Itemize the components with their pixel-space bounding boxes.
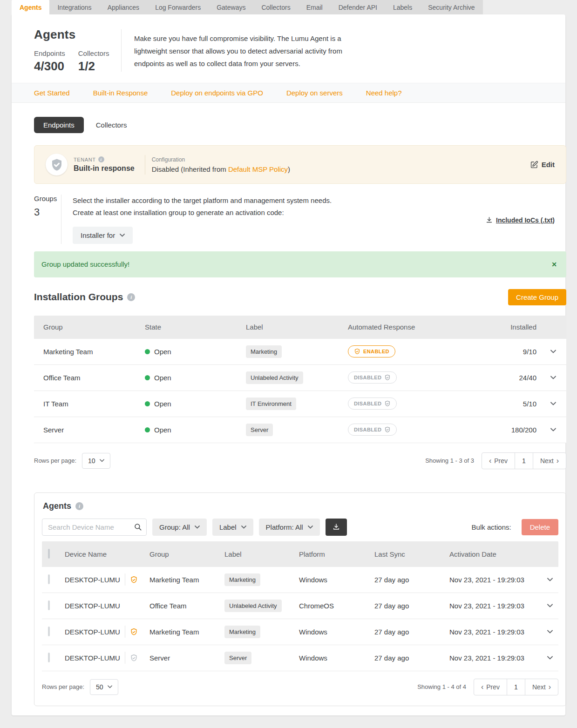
table-row: IT Team Open IT Environment DISABLED 5/1… xyxy=(34,391,566,417)
link-get-started[interactable]: Get Started xyxy=(34,89,70,97)
delete-button[interactable]: Delete xyxy=(522,519,558,535)
shield-check-icon xyxy=(46,154,68,175)
prev-button[interactable]: ‹Prev xyxy=(482,453,515,469)
included-iocs-link[interactable]: Included IoCs (.txt) xyxy=(486,196,555,244)
chevron-down-icon[interactable] xyxy=(550,376,556,379)
rows-per-page-value: 50 xyxy=(96,683,103,691)
default-msp-policy-link[interactable]: Default MSP Policy xyxy=(228,165,288,173)
tab-gateways[interactable]: Gateways xyxy=(209,0,253,14)
platform-filter-dropdown[interactable]: Platform: All xyxy=(259,519,320,536)
installation-groups-table: Group State Label Automated Response Ins… xyxy=(34,316,566,443)
label-chip: IT Environment xyxy=(246,398,296,410)
group-state: Open xyxy=(136,348,237,356)
rows-per-page-select[interactable]: 50 xyxy=(90,679,118,695)
installed-count: 5/10 xyxy=(490,400,540,408)
prev-button[interactable]: ‹Prev xyxy=(474,679,507,695)
chevron-down-icon[interactable] xyxy=(547,656,553,660)
link-need-help[interactable]: Need help? xyxy=(366,89,402,97)
tenant-title: Built-in response xyxy=(74,164,135,173)
chevron-down-icon[interactable] xyxy=(547,630,553,634)
page-number[interactable]: 1 xyxy=(515,453,533,469)
link-built-in-response[interactable]: Built-in Response xyxy=(93,89,148,97)
next-button[interactable]: Next› xyxy=(525,679,558,695)
agent-platform: Windows xyxy=(299,576,374,584)
chevron-down-icon[interactable] xyxy=(550,402,556,405)
download-button[interactable] xyxy=(326,519,347,536)
row-checkbox[interactable] xyxy=(48,627,50,636)
rows-per-page-value: 10 xyxy=(88,457,95,465)
tab-email[interactable]: Email xyxy=(299,0,331,14)
edit-button[interactable]: Edit xyxy=(530,161,555,169)
toggle-collectors[interactable]: Collectors xyxy=(96,121,127,129)
toggle-endpoints[interactable]: Endpoints xyxy=(34,117,84,133)
group-name: Office Team xyxy=(34,374,136,382)
label-chip: Marketing xyxy=(224,573,260,586)
tab-security-archive[interactable]: Security Archive xyxy=(420,0,482,14)
next-button[interactable]: Next› xyxy=(533,453,566,469)
configuration-value: Disabled (Inherited from Default MSP Pol… xyxy=(152,165,290,173)
search-icon[interactable] xyxy=(134,523,142,531)
tab-labels[interactable]: Labels xyxy=(385,0,420,14)
installation-groups-header: Installation Groups i Create Group xyxy=(34,289,566,305)
agent-label-cell: Server xyxy=(224,652,299,664)
pager: ‹Prev 1 Next› xyxy=(482,452,566,469)
tab-appliances[interactable]: Appliances xyxy=(100,0,148,14)
state-dot-icon xyxy=(145,375,150,380)
group-state: Open xyxy=(136,426,237,434)
tab-defender-api[interactable]: Defender API xyxy=(331,0,385,14)
showing-status: Showing 1 - 4 of 4 xyxy=(417,683,466,690)
close-icon[interactable]: ✕ xyxy=(550,259,559,270)
page-number[interactable]: 1 xyxy=(507,679,525,695)
state-dot-icon xyxy=(145,349,150,354)
link-deploy-servers[interactable]: Deploy on servers xyxy=(286,89,343,97)
groups-count: 3 xyxy=(34,206,61,218)
info-icon[interactable]: i xyxy=(75,502,83,510)
shield-check-icon xyxy=(384,426,391,433)
group-label-cell: Unlabeled Activity xyxy=(237,371,339,384)
group-filter-label: Group: All xyxy=(159,523,190,531)
state-text: Open xyxy=(154,374,171,382)
edit-icon xyxy=(530,161,538,169)
select-all-checkbox[interactable] xyxy=(48,549,50,559)
tab-agents[interactable]: Agents xyxy=(12,0,49,14)
label-chip: Unlabeled Activity xyxy=(246,371,303,384)
shield-check-icon xyxy=(130,654,138,662)
tab-integrations[interactable]: Integrations xyxy=(49,0,99,14)
column-label: Label xyxy=(224,550,299,558)
link-deploy-gpo[interactable]: Deploy on endpoints via GPO xyxy=(171,89,263,97)
config-prefix: Disabled (Inherited from xyxy=(152,165,228,173)
lumu-agents-page: Agents Integrations Appliances Log Forwa… xyxy=(0,0,577,728)
table-header-row: Device Name Group Label Platform Last Sy… xyxy=(42,541,558,567)
device-name-cell: DESKTOP-LUMU xyxy=(65,573,149,586)
quick-links-bar: Get Started Built-in Response Deploy on … xyxy=(12,83,565,103)
rows-per-page-select[interactable]: 10 xyxy=(82,453,110,469)
row-checkbox[interactable] xyxy=(48,653,50,662)
column-last-sync: Last Sync xyxy=(374,550,449,558)
main-card: Agents Endpoints 4/300 Collectors 1/2 Ma… xyxy=(12,14,565,715)
group-filter-dropdown[interactable]: Group: All xyxy=(152,519,207,536)
tab-collectors[interactable]: Collectors xyxy=(253,0,298,14)
info-icon[interactable]: i xyxy=(127,293,135,301)
chevron-down-icon[interactable] xyxy=(547,604,553,607)
agents-filter-bar: Group: All Label Platform: All Bulk acti… xyxy=(42,519,558,536)
group-label-cell: Marketing xyxy=(237,345,339,358)
chevron-down-icon[interactable] xyxy=(550,350,556,353)
row-checkbox[interactable] xyxy=(48,600,50,610)
create-group-button[interactable]: Create Group xyxy=(508,289,566,305)
installer-for-dropdown[interactable]: Installer for xyxy=(73,227,133,244)
label-filter-label: Label xyxy=(219,523,237,531)
chevron-down-icon xyxy=(108,685,112,688)
info-icon[interactable]: i xyxy=(98,156,104,162)
chevron-down-icon[interactable] xyxy=(547,578,553,581)
search-input[interactable] xyxy=(42,519,147,536)
device-name-cell: DESKTOP-LUMU xyxy=(65,602,149,610)
column-activation-date: Activation Date xyxy=(449,550,542,558)
table-row: Server Open Server DISABLED 180/200 xyxy=(34,417,566,443)
page-title: Agents xyxy=(34,27,121,42)
row-checkbox[interactable] xyxy=(48,574,50,584)
tab-log-forwarders[interactable]: Log Forwarders xyxy=(147,0,209,14)
agents-pagination: Rows per page: 50 Showing 1 - 4 of 4 ‹Pr… xyxy=(42,679,558,695)
stat-label: Endpoints xyxy=(34,49,65,57)
chevron-down-icon[interactable] xyxy=(550,428,556,431)
label-filter-dropdown[interactable]: Label xyxy=(212,519,253,536)
